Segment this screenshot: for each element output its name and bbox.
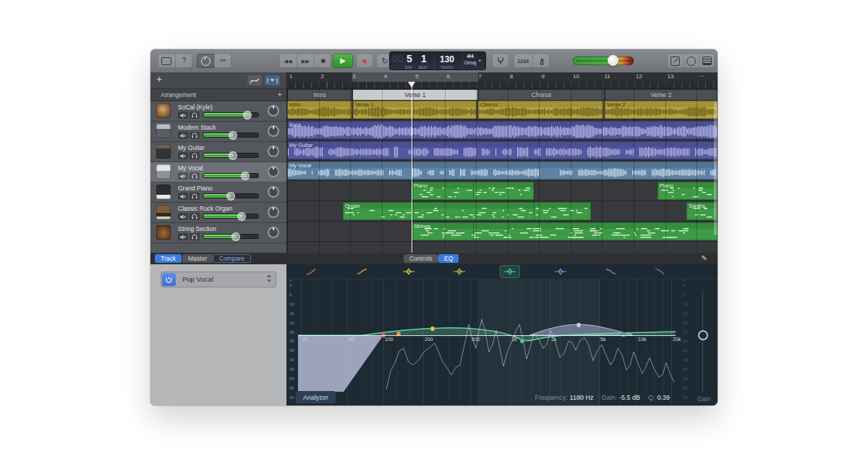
marker-intro[interactable]: Intro: [288, 90, 352, 100]
region-verse-2[interactable]: Verse 2: [605, 101, 718, 119]
solo-button[interactable]: [190, 152, 200, 159]
mute-button[interactable]: [178, 112, 188, 119]
volume-slider[interactable]: [203, 173, 259, 178]
volume-knob[interactable]: [226, 192, 235, 201]
vertical-scrollbar[interactable]: [714, 101, 717, 235]
plugin-power-button[interactable]: [162, 273, 176, 286]
record-button[interactable]: ●: [356, 54, 373, 68]
track-header-modern-stack[interactable]: Modern Stack: [150, 122, 286, 142]
eq-band-peak1-button[interactable]: [399, 266, 418, 277]
eq-band-dot[interactable]: [621, 332, 626, 337]
region-piano-1[interactable]: Piano: [412, 182, 534, 200]
region-my-guitar[interactable]: My Guitar: [287, 141, 718, 159]
region-verse-1[interactable]: Verse 1: [353, 101, 477, 119]
master-volume-knob[interactable]: [608, 55, 618, 66]
tab-master[interactable]: Master: [182, 254, 213, 263]
volume-slider[interactable]: [203, 153, 259, 158]
track-header-classic-rock-organ[interactable]: Classic Rock Organ: [150, 203, 286, 223]
note-pad-button[interactable]: [667, 54, 683, 68]
marker-verse-1[interactable]: Verse 1: [353, 90, 477, 100]
tuner-button[interactable]: [492, 54, 509, 68]
analyzer-button[interactable]: Analyzer: [296, 391, 336, 403]
mute-button[interactable]: [178, 213, 188, 220]
region-bass[interactable]: Bass: [287, 121, 718, 139]
arrangement-track-header[interactable]: Arrangement +: [150, 89, 286, 101]
pan-knob[interactable]: [268, 206, 279, 218]
volume-slider[interactable]: [203, 112, 259, 117]
count-in-button[interactable]: 1234: [514, 54, 532, 68]
eq-graph[interactable]: +051015202530354045505560− +051015202530…: [286, 279, 718, 405]
gain-value[interactable]: -5.5 dB: [619, 394, 640, 401]
master-volume-slider[interactable]: [573, 56, 634, 65]
eq-gain-slider[interactable]: [697, 287, 707, 395]
volume-knob[interactable]: [243, 111, 252, 119]
tab-track[interactable]: Track: [155, 254, 182, 263]
add-track-button[interactable]: +: [156, 73, 162, 85]
solo-button[interactable]: [190, 112, 200, 119]
volume-slider[interactable]: [203, 133, 259, 138]
smart-controls-button[interactable]: [197, 54, 214, 68]
pan-knob[interactable]: [268, 146, 279, 157]
mute-button[interactable]: [178, 233, 188, 240]
eq-band-dot[interactable]: [576, 323, 581, 327]
volume-slider[interactable]: [203, 214, 259, 219]
track-header-socal[interactable]: SoCal (Kyle): [150, 101, 286, 122]
volume-knob[interactable]: [229, 151, 237, 160]
eq-band-dot[interactable]: [520, 339, 524, 343]
frequency-value[interactable]: 1180 Hz: [570, 394, 594, 401]
region-my-vocal[interactable]: My Vocal: [287, 161, 718, 180]
eq-band-highshelf-button[interactable]: [602, 266, 621, 277]
eq-band-peak3-button-selected[interactable]: [501, 266, 519, 277]
solo-button[interactable]: [190, 213, 200, 220]
lcd-position[interactable]: 00 5 1 BAR BEAT: [389, 51, 434, 70]
marker-verse-2[interactable]: Verse 2: [605, 90, 717, 100]
volume-knob[interactable]: [237, 212, 246, 221]
eq-band-peak4-button[interactable]: [551, 266, 570, 277]
region-strings[interactable]: Strings: [412, 222, 718, 240]
pan-knob[interactable]: [268, 166, 279, 177]
gain-slider-knob[interactable]: [698, 330, 708, 340]
q-value[interactable]: 0.39: [657, 394, 670, 401]
track-header-my-vocal[interactable]: My Vocal: [150, 162, 286, 182]
editors-button[interactable]: ✂: [214, 54, 231, 68]
pan-knob[interactable]: [268, 125, 279, 137]
playhead[interactable]: [412, 82, 412, 253]
mute-button[interactable]: [178, 193, 188, 200]
eq-band-lowpass-button[interactable]: [650, 266, 669, 277]
mute-button[interactable]: [178, 172, 188, 180]
automation-button[interactable]: [247, 75, 262, 85]
pan-knob[interactable]: [268, 105, 279, 117]
ruler-ellipsis-icon[interactable]: ⋯: [698, 72, 705, 80]
preset-dropdown[interactable]: Pop Vocal: [161, 272, 276, 287]
lcd-tempo[interactable]: 130 TEMPO: [434, 51, 462, 70]
compare-button[interactable]: Compare: [213, 254, 251, 263]
arrangement-add-icon[interactable]: +: [278, 90, 282, 98]
tab-controls[interactable]: Controls: [404, 254, 438, 263]
eq-band-peak2-button[interactable]: [450, 266, 469, 277]
marker-chorus[interactable]: Chorus: [479, 90, 604, 100]
eq-band-dot[interactable]: [430, 327, 435, 331]
pan-knob[interactable]: [268, 186, 279, 198]
region-chorus[interactable]: Chorus: [478, 101, 603, 119]
pan-knob[interactable]: [268, 227, 279, 238]
lcd-key-signature[interactable]: 4/4 Gmaj ▾: [462, 51, 482, 70]
loop-browser-button[interactable]: [683, 54, 699, 68]
lcd-display[interactable]: 00 5 1 BAR BEAT 130 TEMPO 4/4 Gmaj ▾: [389, 51, 486, 70]
solo-button[interactable]: [190, 172, 200, 180]
quick-help-button[interactable]: ?: [175, 54, 192, 68]
solo-button[interactable]: [190, 193, 200, 200]
region-organ[interactable]: Organ: [343, 202, 591, 220]
track-header-grand-piano[interactable]: Grand Piano: [150, 182, 286, 203]
metronome-button[interactable]: [532, 54, 550, 68]
track-header-string-section[interactable]: String Section: [150, 223, 286, 243]
solo-button[interactable]: [190, 132, 200, 139]
catch-playhead-button[interactable]: [265, 75, 280, 85]
volume-slider[interactable]: [203, 234, 259, 239]
volume-knob[interactable]: [241, 172, 250, 180]
eq-band-highpass-button[interactable]: [302, 266, 320, 277]
region-piano-2[interactable]: Piano: [658, 182, 717, 200]
eq-band-lowshelf-button[interactable]: [352, 266, 371, 277]
region-intro[interactable]: Intro: [287, 101, 352, 119]
display-mode-button[interactable]: [158, 54, 175, 68]
track-header-my-guitar[interactable]: My Guitar: [150, 142, 286, 162]
